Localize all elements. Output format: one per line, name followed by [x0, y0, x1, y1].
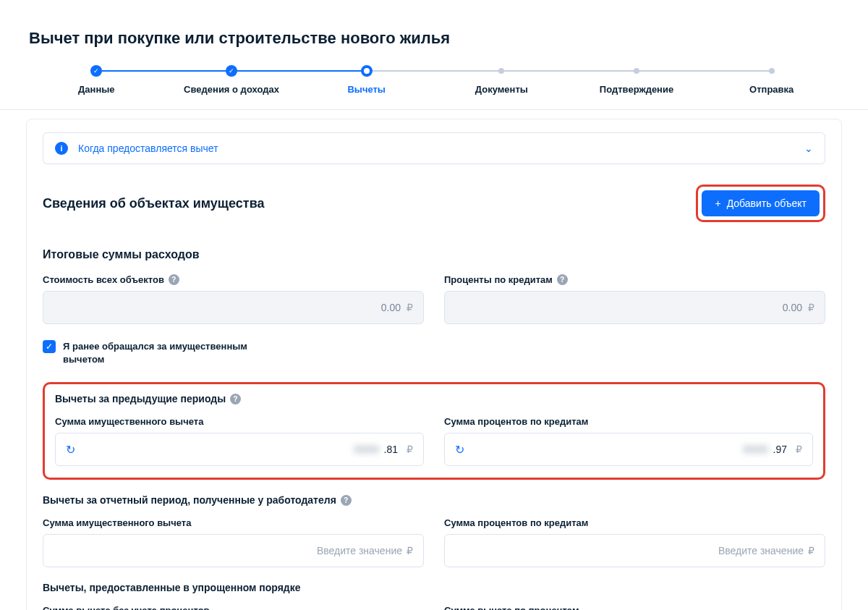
redacted-value: 0000 — [743, 444, 768, 455]
help-icon[interactable]: ? — [341, 495, 352, 506]
add-button-highlight: + Добавить объект — [696, 185, 825, 222]
total-cost-value: 0.00 ₽ — [43, 291, 424, 324]
ruble-icon: ₽ — [407, 302, 413, 313]
employer-deduction-input-box: ₽ — [43, 534, 424, 567]
employer-deduction-label: Сумма имущественного вычета — [43, 517, 424, 528]
step-label: Сведения о доходах — [184, 84, 279, 95]
prev-deduction-sum-input[interactable]: ↻ 0000 .81 ₽ — [55, 433, 424, 466]
prev-loan-sum-col: Сумма процентов по кредитам ↻ 0000 .97 ₽ — [444, 416, 813, 466]
step-data[interactable]: ✓ Данные — [29, 65, 164, 95]
simple-row: Сумма вычета без учета процентов ₽ Сумма… — [43, 605, 825, 610]
prev-loan-sum-label: Сумма процентов по кредитам — [444, 416, 813, 427]
check-icon: ✓ — [90, 65, 102, 77]
page-title: Вычет при покупке или строительстве ново… — [0, 0, 868, 65]
total-cost-label: Стоимость всех объектов ? — [43, 274, 424, 285]
employer-loan-col: Сумма процентов по кредитам ₽ — [444, 517, 825, 567]
step-line — [367, 70, 502, 72]
info-banner[interactable]: i Когда предоставляется вычет ⌄ — [43, 132, 825, 164]
page: Вычет при покупке или строительстве ново… — [0, 0, 868, 610]
prev-loan-sum-input[interactable]: ↻ 0000 .97 ₽ — [444, 433, 813, 466]
employer-row: Сумма имущественного вычета ₽ Сумма проц… — [43, 517, 825, 567]
totals-row: Стоимость всех объектов ? 0.00 ₽ Процент… — [43, 274, 825, 324]
prev-periods-title: Вычеты за предыдущие периоды ? — [55, 393, 813, 404]
simple-group: Вычеты, предоставленные в упрощенном пор… — [43, 582, 825, 610]
step-line — [96, 70, 231, 72]
add-object-label: Добавить объект — [727, 198, 807, 209]
ruble-icon: ₽ — [808, 545, 814, 556]
step-label: Вычеты — [347, 84, 386, 95]
reset-icon[interactable]: ↻ — [66, 443, 75, 457]
prev-periods-highlight: Вычеты за предыдущие периоды ? Сумма иму… — [43, 382, 825, 480]
check-icon: ✓ — [226, 65, 237, 77]
prev-deduction-sum-col: Сумма имущественного вычета ↻ 0000 .81 ₽ — [55, 416, 424, 466]
step-line — [231, 70, 367, 72]
prev-deduction-checkbox[interactable]: ✓ — [43, 340, 56, 353]
stepper: ✓ Данные ✓ Сведения о доходах Вычеты Док… — [0, 65, 868, 110]
prev-periods-row: Сумма имущественного вычета ↻ 0000 .81 ₽… — [55, 416, 813, 466]
total-cost-col: Стоимость всех объектов ? 0.00 ₽ — [43, 274, 424, 324]
dot-icon — [498, 68, 504, 74]
prev-deduction-sum-label: Сумма имущественного вычета — [55, 416, 424, 427]
simple-interest-label: Сумма вычета по процентам — [444, 605, 825, 610]
step-line — [501, 70, 637, 72]
step-label: Данные — [78, 84, 115, 95]
ruble-icon: ₽ — [796, 444, 802, 455]
value-area: 0000 .97 ₽ — [464, 444, 802, 455]
help-icon[interactable]: ? — [557, 274, 568, 285]
simple-no-interest-label: Сумма вычета без учета процентов — [43, 605, 424, 610]
total-loan-label: Проценты по кредитам ? — [444, 274, 825, 285]
simple-no-interest-col: Сумма вычета без учета процентов ₽ — [43, 605, 424, 610]
help-icon[interactable]: ? — [169, 274, 179, 285]
total-loan-value: 0.00 ₽ — [444, 291, 825, 324]
ruble-icon: ₽ — [808, 302, 814, 313]
value-area: 0000 .81 ₽ — [75, 444, 413, 455]
add-object-button[interactable]: + Добавить объект — [702, 190, 820, 216]
totals-title: Итоговые суммы расходов — [43, 248, 825, 261]
employer-group: Вычеты за отчетный период, полученные у … — [43, 494, 825, 567]
info-icon: i — [55, 142, 68, 155]
plus-icon: + — [715, 198, 720, 209]
simple-group-title: Вычеты, предоставленные в упрощенном пор… — [43, 582, 825, 593]
section-objects-head: Сведения об объектах имущества + Добавит… — [43, 185, 825, 222]
simple-interest-col: Сумма вычета по процентам ₽ — [444, 605, 825, 610]
reset-icon[interactable]: ↻ — [455, 443, 464, 457]
prev-deduction-check-row: ✓ Я ранее обращался за имущественным выч… — [43, 340, 274, 366]
chevron-down-icon: ⌄ — [804, 143, 813, 154]
value-tail: .81 — [384, 444, 398, 455]
employer-loan-label: Сумма процентов по кредитам — [444, 517, 825, 528]
card: i Когда предоставляется вычет ⌄ Сведения… — [26, 119, 842, 610]
redacted-value: 0000 — [354, 444, 379, 455]
step-line — [637, 70, 772, 72]
dot-icon — [634, 68, 639, 74]
info-banner-text: Когда предоставляется вычет — [78, 143, 218, 154]
employer-loan-input[interactable] — [455, 545, 804, 556]
step-label: Отправка — [749, 84, 793, 95]
employer-group-title: Вычеты за отчетный период, полученные у … — [43, 494, 825, 506]
total-loan-col: Проценты по кредитам ? 0.00 ₽ — [444, 274, 825, 324]
dot-icon — [769, 68, 775, 74]
current-dot-icon — [361, 65, 373, 77]
employer-deduction-input[interactable] — [54, 545, 402, 556]
section-objects-title: Сведения об объектах имущества — [43, 196, 264, 211]
ruble-icon: ₽ — [407, 545, 413, 556]
prev-deduction-check-label: Я ранее обращался за имущественным вычет… — [63, 340, 274, 366]
help-icon[interactable]: ? — [230, 394, 241, 404]
ruble-icon: ₽ — [407, 444, 413, 455]
employer-loan-input-box: ₽ — [444, 534, 825, 567]
step-label: Подтверждение — [600, 84, 673, 95]
value-tail: .97 — [773, 444, 787, 455]
employer-deduction-col: Сумма имущественного вычета ₽ — [43, 517, 424, 567]
step-label: Документы — [475, 84, 528, 95]
